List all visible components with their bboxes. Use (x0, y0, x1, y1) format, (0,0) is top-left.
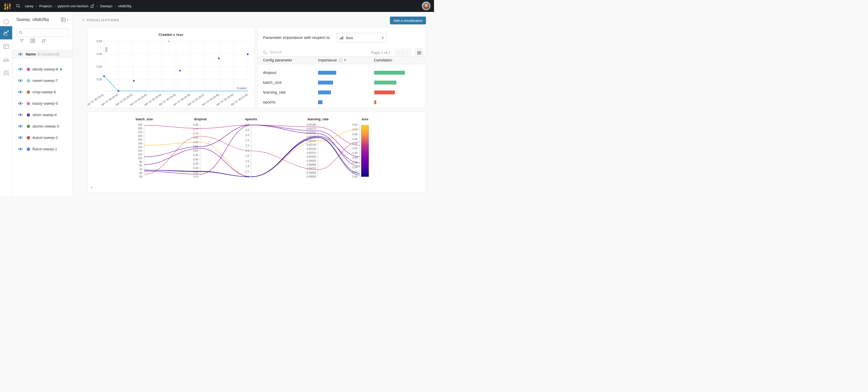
collapse-caret-icon: ▼ (82, 19, 85, 22)
parallel-run-line[interactable] (144, 125, 360, 145)
svg-text:0.00100: 0.00100 (307, 155, 316, 158)
breadcrumb-separator: › (54, 4, 55, 8)
model-hat-icon[interactable] (0, 56, 12, 64)
run-name[interactable]: fluent-sweep-1 (32, 147, 57, 151)
breadcrumb-sweep-id[interactable]: v8dil26q (118, 4, 131, 8)
run-visibility-eye-icon[interactable] (18, 125, 23, 128)
svg-text:0.00130: 0.00130 (307, 143, 316, 146)
parallel-run-line[interactable] (144, 129, 360, 177)
svg-text:0.40: 0.40 (193, 158, 198, 161)
run-name[interactable]: dulcet-sweep-2 (32, 136, 58, 140)
metric-dropdown[interactable]: loss ▼ (337, 33, 387, 42)
run-visibility-eye-icon[interactable] (18, 67, 23, 71)
parallel-run-line[interactable] (144, 125, 360, 166)
run-name[interactable]: atomic-sweep-3 (32, 124, 59, 128)
user-avatar[interactable] (422, 2, 431, 10)
wandb-logo-icon[interactable] (2, 2, 12, 10)
run-color-dot (27, 79, 30, 83)
runs-search-input[interactable] (24, 31, 68, 34)
parallel-coordinates-panel[interactable]: 1901801701601501401301201101009080706050… (87, 111, 426, 192)
svg-text:1.6: 1.6 (245, 160, 249, 163)
svg-text:0.45: 0.45 (97, 53, 102, 56)
run-visibility-eye-icon[interactable] (18, 113, 23, 117)
svg-text:0.42: 0.42 (352, 147, 358, 150)
run-row[interactable]: silver-sweep-4 (12, 109, 72, 121)
run-name[interactable]: sweet-sweep-7 (32, 78, 58, 83)
breadcrumb-user[interactable]: carey (25, 4, 33, 8)
previous-page-button[interactable]: ‹ (395, 48, 403, 57)
svg-text:60: 60 (139, 172, 143, 174)
run-name[interactable]: crisp-sweep-6 (32, 90, 56, 94)
run-row[interactable]: dandy-sweep-8 (12, 64, 72, 75)
filter-icon[interactable] (20, 39, 24, 43)
run-visibility-eye-icon[interactable] (18, 102, 23, 105)
importance-bar (318, 71, 336, 75)
search-icon[interactable] (16, 4, 21, 8)
runs-search-box[interactable] (17, 29, 68, 37)
importance-table-row[interactable]: batch_size (258, 78, 425, 88)
sort-icon[interactable] (41, 39, 46, 43)
importance-table-row[interactable]: learning_rate (258, 88, 425, 97)
run-row[interactable]: toasty-sweep-5 (12, 98, 72, 109)
metric-dropdown-value: loss (346, 35, 381, 40)
breadcrumb-separator: › (36, 4, 37, 8)
svg-text:0.30: 0.30 (193, 167, 198, 169)
run-visibility-eye-icon[interactable] (18, 136, 23, 139)
panel-menu-button[interactable] (415, 48, 423, 57)
importance-heading: Parameter importance with respect to (263, 35, 330, 40)
svg-text:0.38: 0.38 (352, 156, 358, 159)
svg-text:0.00120: 0.00120 (307, 148, 316, 151)
run-visibility-eye-icon[interactable] (18, 90, 23, 94)
add-visualization-button[interactable]: Add a visualization (390, 17, 426, 24)
run-running-status-dot (60, 68, 62, 70)
importance-search-input[interactable] (270, 50, 337, 54)
run-color-dot (27, 102, 30, 105)
svg-text:170: 170 (138, 131, 142, 134)
svg-text:0.00060: 0.00060 (307, 171, 316, 174)
svg-text:180: 180 (138, 127, 142, 130)
run-row[interactable]: atomic-sweep-3 (12, 121, 72, 132)
config-parameter-column-header[interactable]: Config parameter (263, 58, 292, 62)
run-name[interactable]: silver-sweep-4 (32, 113, 57, 117)
parallel-run-line[interactable] (144, 136, 360, 174)
correlation-column-header[interactable]: Correlation (374, 58, 392, 62)
svg-text:0.00090: 0.00090 (307, 159, 316, 162)
sweep-controls-sliders-icon[interactable] (0, 69, 12, 77)
importance-column-header[interactable]: Importance ▼ (318, 58, 346, 62)
breadcrumb-project[interactable]: pytorch-cnn-fashion (58, 4, 89, 8)
run-name[interactable]: toasty-sweep-5 (32, 101, 58, 105)
visualizations-section-header[interactable]: ▼ VISUALIZATIONS (82, 18, 119, 22)
parameter-importance-panel: Parameter importance with respect to los… (257, 27, 426, 108)
chevron-down-icon: ▼ (381, 36, 384, 39)
charts-tab-icon[interactable] (0, 26, 12, 39)
open-runs-table-button[interactable] (61, 18, 69, 22)
created-vs-loss-panel[interactable]: Created v. loss 0.500.450.400.35lossJan … (87, 27, 254, 108)
svg-text:100: 100 (138, 157, 142, 160)
breadcrumb-projects[interactable]: Projects (39, 4, 52, 8)
run-name[interactable]: dandy-sweep-8 (32, 67, 58, 71)
list-settings-icon[interactable] (30, 39, 35, 43)
importance-table-row[interactable]: epochs (258, 97, 425, 107)
correlation-bar (375, 100, 376, 104)
importance-table-header: Config parameter Importance ▼ Correlatio… (258, 56, 425, 64)
toggle-all-visibility-eye-icon[interactable] (18, 53, 23, 56)
svg-text:0.80: 0.80 (193, 123, 198, 126)
parallel-run-line[interactable] (144, 137, 360, 177)
sweep-title: Sweep: v8dil26q (17, 17, 49, 22)
run-visibility-eye-icon[interactable] (18, 147, 23, 151)
table-tab-icon[interactable] (0, 42, 12, 51)
overview-info-icon[interactable]: i (0, 18, 12, 26)
run-row[interactable]: dulcet-sweep-2 (12, 132, 72, 143)
run-row[interactable]: crisp-sweep-6 (12, 86, 72, 98)
svg-text:0.46: 0.46 (352, 138, 358, 140)
importance-table-row[interactable]: dropout (258, 68, 425, 78)
next-page-button[interactable]: › (403, 48, 411, 57)
svg-text:0.50: 0.50 (97, 40, 102, 43)
svg-text:batch_size: batch_size (136, 117, 153, 121)
breadcrumb-sweeps[interactable]: Sweeps (100, 4, 112, 8)
run-row[interactable]: sweet-sweep-7 (12, 75, 72, 86)
left-icon-rail: i (0, 12, 12, 196)
run-row[interactable]: fluent-sweep-1 (12, 143, 72, 155)
parallel-coordinates-chart: 1901801701601501401301201101009080706050… (88, 112, 425, 192)
run-visibility-eye-icon[interactable] (18, 79, 23, 83)
